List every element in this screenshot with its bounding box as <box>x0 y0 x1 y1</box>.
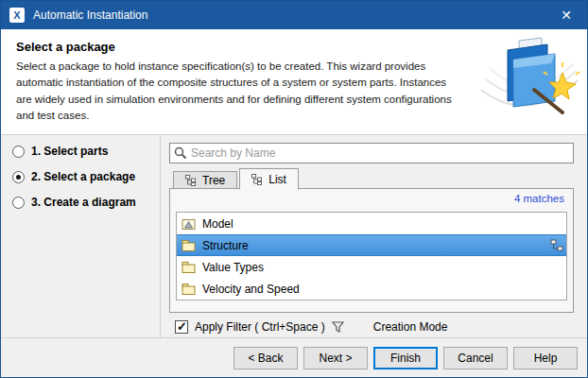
search-input[interactable] <box>191 145 569 162</box>
radio-icon <box>12 197 25 209</box>
list-item-label: Structure <box>202 239 249 252</box>
button-bar: < Back Next > Finish Cancel Help <box>1 337 587 377</box>
matches-count: 4 matches <box>514 193 564 204</box>
close-button[interactable]: ✕ <box>545 1 587 29</box>
radio-icon <box>12 146 25 158</box>
filter-funnel-icon[interactable] <box>332 321 344 333</box>
structure-icon <box>550 239 563 251</box>
cancel-button[interactable]: Cancel <box>443 347 508 369</box>
results-panel: 4 matches Model Structure <box>169 188 574 313</box>
package-icon <box>182 283 197 296</box>
list-item-structure[interactable]: Structure <box>177 234 566 256</box>
creation-mode-label: Creation Mode <box>373 320 448 334</box>
search-box <box>169 143 574 163</box>
help-button[interactable]: Help <box>513 347 578 369</box>
step-label: 2. Select a package <box>31 170 135 183</box>
list-item-value-types[interactable]: Value Types <box>177 256 566 278</box>
finish-button[interactable]: Finish <box>373 347 438 369</box>
step-select-parts[interactable]: 1. Select parts <box>12 145 154 158</box>
list-item-label: Model <box>202 217 233 231</box>
wizard-steps: 1. Select parts 2. Select a package 3. C… <box>12 145 154 221</box>
step-label: 3. Create a diagram <box>31 196 136 209</box>
back-button[interactable]: < Back <box>233 347 298 369</box>
tab-list[interactable]: List <box>239 168 299 190</box>
wizard-header: Select a package Select a package to hol… <box>1 29 587 135</box>
tree-tab-icon <box>185 175 198 186</box>
list-item-model[interactable]: Model <box>177 213 566 234</box>
list-item-label: Value Types <box>202 261 264 274</box>
package-icon <box>182 261 197 274</box>
magnifier-icon <box>174 146 187 160</box>
package-list: Model Structure Value T <box>176 212 567 301</box>
page-title: Select a package <box>16 40 115 54</box>
list-tab-icon <box>251 174 264 185</box>
filter-row: Apply Filter ( Ctrl+Space ) Creation Mod… <box>175 320 447 334</box>
list-item-velocity-and-speed[interactable]: Velocity and Speed <box>177 278 566 300</box>
window-title: Automatic Instantiation <box>33 9 147 22</box>
list-item-label: Velocity and Speed <box>202 283 300 296</box>
model-icon <box>182 217 197 231</box>
step-create-diagram[interactable]: 3. Create a diagram <box>12 196 154 209</box>
page-description: Select a package to hold instance specif… <box>16 59 462 124</box>
apply-filter-label: Apply Filter ( Ctrl+Space ) <box>195 320 325 334</box>
step-select-package[interactable]: 2. Select a package <box>12 170 154 183</box>
vertical-divider <box>160 136 161 337</box>
title-bar: X Automatic Instantiation ✕ <box>1 1 587 29</box>
automatic-instantiation-dialog: X Automatic Instantiation ✕ Select a pac… <box>0 0 588 378</box>
next-button[interactable]: Next > <box>303 347 368 369</box>
package-icon <box>182 239 197 252</box>
tab-label: List <box>268 173 286 186</box>
wizard-illustration-icon <box>476 31 581 131</box>
view-tabs: Tree List <box>173 167 299 189</box>
tab-label: Tree <box>202 174 225 187</box>
radio-selected-icon <box>12 171 25 183</box>
tab-tree[interactable]: Tree <box>173 171 237 189</box>
apply-filter-checkbox[interactable] <box>175 320 188 334</box>
app-icon: X <box>9 8 25 23</box>
step-label: 1. Select parts <box>31 145 108 158</box>
